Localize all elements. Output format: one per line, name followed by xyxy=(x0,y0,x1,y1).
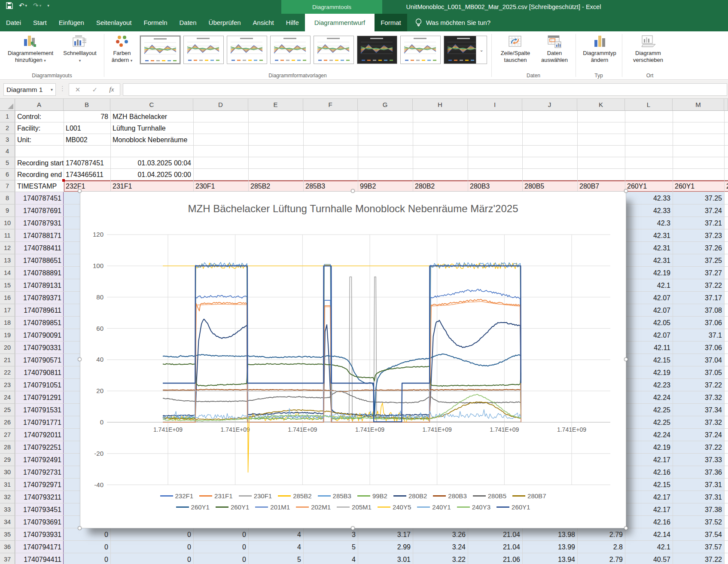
cell-C5[interactable]: 01.03.2025 00:04 xyxy=(110,157,193,169)
cell-M28[interactable]: 37.22 xyxy=(673,441,724,454)
cell-M18[interactable]: 37.06 xyxy=(673,317,724,329)
row-header-22[interactable]: 22 xyxy=(0,366,15,379)
cell-M22[interactable]: 37.05 xyxy=(673,366,724,379)
series-line-240Y3[interactable] xyxy=(163,394,521,421)
cell-L20[interactable]: 42.11 xyxy=(625,341,673,354)
cell-M12[interactable]: 37.26 xyxy=(673,242,724,254)
legend-item-231F1[interactable]: 231F1 xyxy=(199,492,233,500)
row-header-3[interactable]: 3 xyxy=(0,134,15,146)
row-header-25[interactable]: 25 xyxy=(0,404,15,416)
row-header-27[interactable]: 27 xyxy=(0,429,15,441)
cell-C37[interactable]: 0 xyxy=(110,553,193,564)
cell-K37[interactable]: 2.79 xyxy=(577,553,625,564)
series-line-205M1[interactable] xyxy=(163,391,521,391)
cell-M24[interactable]: 37.32 xyxy=(673,391,724,404)
cell-H36[interactable]: 3.24 xyxy=(413,541,468,553)
row-header-28[interactable]: 28 xyxy=(0,441,15,454)
cell-D35[interactable]: 0 xyxy=(193,528,248,541)
cell-J37[interactable]: 13.94 xyxy=(522,553,577,564)
cell-L37[interactable]: 40.57 xyxy=(625,553,673,564)
cell-A29[interactable]: 1740792491 xyxy=(15,454,64,466)
cell-F36[interactable]: 5 xyxy=(303,541,358,553)
row-header-19[interactable]: 19 xyxy=(0,329,15,341)
row-header-31[interactable]: 31 xyxy=(0,479,15,491)
cell-L13[interactable]: 42.31 xyxy=(625,254,673,267)
cell-M15[interactable]: 37.22 xyxy=(673,279,724,292)
qat-customize-icon[interactable]: ▾ xyxy=(47,3,49,8)
formula-bar-splitter[interactable]: ⋮ xyxy=(59,85,66,92)
cell-A22[interactable]: 1740790811 xyxy=(15,366,64,379)
series-line-280B5[interactable] xyxy=(163,391,521,403)
cell-M25[interactable]: 37.34 xyxy=(673,404,724,416)
column-header-H[interactable]: H xyxy=(413,99,468,111)
cell-A6[interactable]: Recording end xyxy=(15,169,64,180)
cell-A24[interactable]: 1740791291 xyxy=(15,391,64,404)
cell-L27[interactable]: 42.24 xyxy=(625,429,673,441)
legend-item-240Y5[interactable]: 240Y5 xyxy=(378,503,411,511)
cell-L34[interactable]: 42.16 xyxy=(625,516,673,528)
insert-function-icon[interactable]: fx xyxy=(109,86,114,93)
cell-H35[interactable]: 3.26 xyxy=(413,528,468,541)
cell-C36[interactable]: 0 xyxy=(110,541,193,553)
row-header-26[interactable]: 26 xyxy=(0,416,15,429)
cell-B37[interactable]: 0 xyxy=(64,553,110,564)
cell-A30[interactable]: 1740792731 xyxy=(15,466,64,479)
cell-M9[interactable]: 37.24 xyxy=(673,204,724,217)
column-header-D[interactable]: D xyxy=(193,99,248,111)
row-header-11[interactable]: 11 xyxy=(0,229,15,242)
cell-M35[interactable]: 37.54 xyxy=(673,528,724,541)
cell-A17[interactable]: 1740789611 xyxy=(15,304,64,317)
cell-A25[interactable]: 1740791531 xyxy=(15,404,64,416)
row-header-23[interactable]: 23 xyxy=(0,379,15,391)
row-header-8[interactable]: 8 xyxy=(0,192,15,204)
tab-überprüfen[interactable]: Überprüfen xyxy=(203,14,247,31)
chart-resize-handle-5[interactable] xyxy=(624,357,628,361)
row-header-12[interactable]: 12 xyxy=(0,242,15,254)
cell-A23[interactable]: 1740791051 xyxy=(15,379,64,391)
cell-M20[interactable]: 37.06 xyxy=(673,341,724,354)
cell-J35[interactable]: 13.98 xyxy=(522,528,577,541)
cell-M10[interactable]: 37.21 xyxy=(673,217,724,229)
cell-M7[interactable]: 260Y1 xyxy=(673,180,724,192)
column-header-C[interactable]: C xyxy=(110,99,193,111)
cell-L33[interactable]: 42.17 xyxy=(625,503,673,516)
legend-item-232F1[interactable]: 232F1 xyxy=(160,492,194,500)
cell-F35[interactable]: 3 xyxy=(303,528,358,541)
tab-ansicht[interactable]: Ansicht xyxy=(247,14,280,31)
legend-item-201M1[interactable]: 201M1 xyxy=(255,503,290,511)
cell-M31[interactable]: 37.31 xyxy=(673,479,724,491)
row-header-36[interactable]: 36 xyxy=(0,541,15,553)
undo-icon[interactable]: ↶▾ xyxy=(19,2,27,9)
series-line-260Y1[interactable] xyxy=(163,266,521,422)
chart-resize-handle-6[interactable] xyxy=(78,526,82,530)
cell-M27[interactable]: 37.24 xyxy=(673,429,724,441)
chart-resize-handle-2[interactable] xyxy=(351,189,355,193)
cell-L12[interactable]: 42.31 xyxy=(625,242,673,254)
cell-L23[interactable]: 42.23 xyxy=(625,379,673,391)
cell-A21[interactable]: 1740790571 xyxy=(15,354,64,366)
cell-D36[interactable]: 0 xyxy=(193,541,248,553)
formula-input[interactable] xyxy=(123,83,727,96)
cell-K36[interactable]: 2.8 xyxy=(577,541,625,553)
cell-L7[interactable]: 260Y1 xyxy=(625,180,673,192)
range-border-handle[interactable] xyxy=(62,179,65,182)
cell-B6[interactable]: 1743465611 xyxy=(64,169,110,180)
cell-A14[interactable]: 1740788891 xyxy=(15,267,64,279)
row-header-4[interactable]: 4 xyxy=(0,146,15,157)
legend-item-260Y1[interactable]: 260Y1 xyxy=(176,503,210,511)
legend-item-205M1[interactable]: 205M1 xyxy=(337,503,372,511)
row-header-10[interactable]: 10 xyxy=(0,217,15,229)
series-line-285B2[interactable] xyxy=(163,263,521,472)
chart-legend[interactable]: 232F1231F1230F1285B2285B399B2280B2280B32… xyxy=(80,492,626,511)
cell-N7[interactable]: 2 xyxy=(724,180,728,192)
cell-A26[interactable]: 1740791771 xyxy=(15,416,64,429)
tab-formeln[interactable]: Formeln xyxy=(138,14,174,31)
cell-A33[interactable]: 1740793451 xyxy=(15,503,64,516)
legend-item-230F1[interactable]: 230F1 xyxy=(239,492,272,500)
cell-E36[interactable]: 4 xyxy=(248,541,303,553)
cell-G37[interactable]: 3.01 xyxy=(358,553,413,564)
tab-start[interactable]: Start xyxy=(27,14,53,31)
row-header-29[interactable]: 29 xyxy=(0,454,15,466)
tab-einfügen[interactable]: Einfügen xyxy=(53,14,90,31)
cell-I37[interactable]: 21.06 xyxy=(468,553,522,564)
